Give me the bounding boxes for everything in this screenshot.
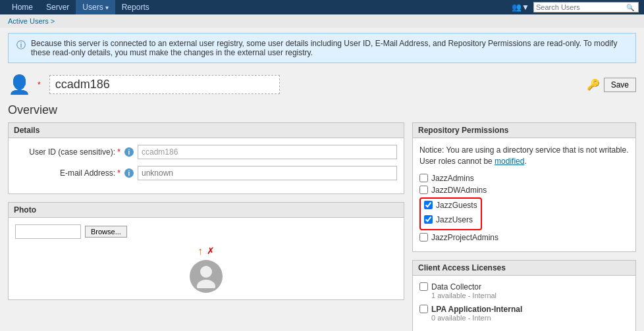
repo-permissions-panel: Repository Permissions Notice: You are u… [412,122,636,252]
overview-title: Overview [0,101,644,122]
right-column: Repository Permissions Notice: You are u… [412,122,636,331]
licenses-panel-body: Data Collector 1 available - Internal LP… [413,276,635,331]
checked-permissions-group: JazzGuests JazzUsers [419,197,482,230]
license-data-collector-label: Data Collector [431,282,481,292]
left-column: Details User ID (case sensitive): * i E-… [8,122,404,331]
repo-notice-link[interactable]: modified [495,157,524,166]
browse-button[interactable]: Browse... [85,226,127,238]
header-actions: 🔑 Save [587,78,636,92]
email-required: * [117,168,121,178]
details-panel-body: User ID (case sensitive): * i E-mail Add… [9,138,404,193]
license-lpa: LPA Application-Internal 0 available - I… [419,305,629,322]
permission-jazzadmins-label: JazzAdmins [431,174,474,183]
license-lpa-checkbox[interactable] [419,305,428,313]
permission-jazzguests-checkbox[interactable] [424,201,433,209]
svg-point-1 [197,280,215,288]
details-panel-header: Details [9,123,404,138]
search-input[interactable] [534,3,626,12]
email-row: E-mail Address: * i [15,166,397,180]
permission-jazzadmins-checkbox[interactable] [419,174,428,182]
svg-point-0 [200,266,212,278]
username-input[interactable] [49,75,280,94]
license-lpa-row: LPA Application-Internal [419,305,629,314]
nav-reports[interactable]: Reports [115,0,156,14]
license-lpa-sub: 0 available - Intern [431,314,629,322]
required-marker: * [38,80,41,89]
search-box[interactable]: 🔍 [533,2,639,13]
photo-controls: Browse... [15,224,397,239]
license-data-collector: Data Collector 1 available - Internal [419,282,629,299]
permission-jazzusers-label: JazzUsers [436,215,473,224]
info-icon: ⓘ [16,39,26,51]
permission-jazz-users: JazzUsers [424,215,477,224]
email-label: E-mail Address: * [15,168,121,178]
nav-home[interactable]: Home [5,0,40,14]
photo-path-input[interactable] [15,224,81,239]
users-group-icon: 👥▼ [512,3,529,12]
permission-jazz-dwadmins: JazzDWAdmins [419,186,629,195]
info-banner: ⓘ Because this server is connected to an… [8,33,636,63]
permission-jazzdwadmins-label: JazzDWAdmins [431,186,487,195]
permission-jazzprojectadmins-checkbox[interactable] [419,233,428,242]
permission-jazzprojectadmins-label: JazzProjectAdmins [431,233,498,242]
nav-user-icon: 👥▼ [512,3,533,12]
photo-panel: Photo Browse... ↑ ✗ [8,202,404,300]
details-panel: Details User ID (case sensitive): * i E-… [8,122,404,194]
user-id-row: User ID (case sensitive): * i [15,145,397,159]
license-data-collector-checkbox[interactable] [419,282,428,291]
info-banner-text: Because this server is connected to an e… [31,39,628,57]
license-data-collector-row: Data Collector [419,282,629,292]
photo-panel-header: Photo [9,203,404,218]
permission-jazzdwadmins-checkbox[interactable] [419,186,428,194]
photo-panel-body: Browse... ↑ ✗ [9,218,404,299]
license-data-collector-sub: 1 available - Internal [431,292,629,299]
repo-notice: Notice: You are using a directory servic… [419,145,629,167]
permission-jazzguests-label: JazzGuests [436,201,477,210]
avatar-placeholder [190,260,223,293]
permission-jazz-guests: JazzGuests [424,201,477,210]
key-icon: 🔑 [587,78,600,91]
photo-upload-icon[interactable]: ↑ [198,245,203,257]
repo-permissions-header: Repository Permissions [413,123,635,138]
licenses-panel-header: Client Access Licenses [413,261,635,276]
save-button[interactable]: Save [604,78,636,92]
user-id-info-icon: i [124,147,134,157]
user-id-label: User ID (case sensitive): * [15,147,121,157]
license-lpa-label: LPA Application-Internal [431,305,522,314]
licenses-panel: Client Access Licenses Data Collector 1 … [412,260,636,331]
permission-jazzusers-checkbox[interactable] [424,215,433,224]
permission-jazz-projectadmins: JazzProjectAdmins [419,233,629,242]
user-avatar-icon: 👤 [8,74,31,95]
photo-delete-icon[interactable]: ✗ [207,245,215,257]
breadcrumb-active-users[interactable]: Active Users > [8,17,55,25]
repo-permissions-body: Notice: You are using a directory servic… [413,138,635,251]
photo-placeholder: ↑ ✗ [15,245,397,293]
breadcrumb: Active Users > [0,14,644,28]
permission-jazz-admins: JazzAdmins [419,174,629,183]
users-chevron-icon: ▾ [105,4,109,11]
email-input[interactable] [138,166,397,180]
main-content: Details User ID (case sensitive): * i E-… [0,122,644,331]
nav-server[interactable]: Server [40,0,76,14]
photo-actions: ↑ ✗ [198,245,215,257]
search-icon: 🔍 [626,4,635,11]
avatar-svg [196,265,216,288]
nav-users[interactable]: Users ▾ [76,0,115,14]
user-id-required: * [117,147,121,157]
top-navigation: Home Server Users ▾ Reports 👥▼ 🔍 [0,0,644,14]
email-info-icon: i [124,168,134,178]
user-id-input[interactable] [138,145,397,159]
user-header: 👤 * 🔑 Save [0,68,644,101]
